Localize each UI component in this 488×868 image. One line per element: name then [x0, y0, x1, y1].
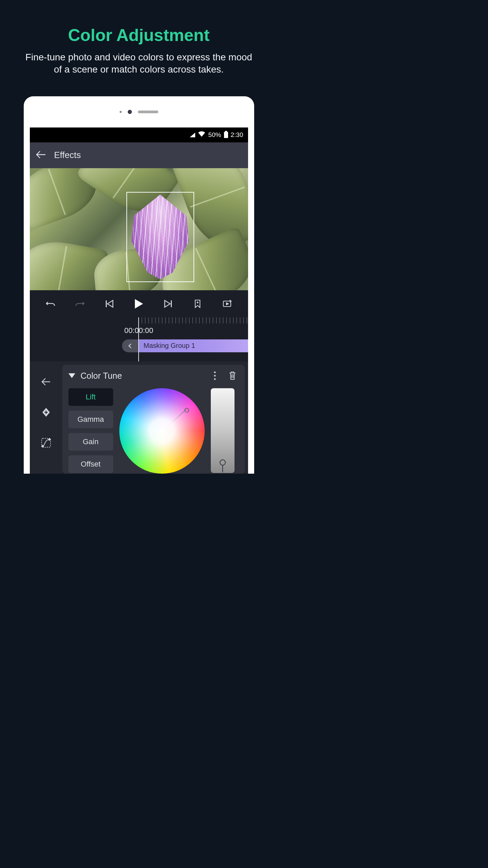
- transport-bar: [30, 290, 248, 317]
- svg-point-4: [42, 445, 43, 447]
- mask-selection-box[interactable]: [126, 192, 194, 282]
- skip-end-button[interactable]: [161, 297, 175, 311]
- track-collapse-button[interactable]: [122, 339, 138, 352]
- side-toolbar: [30, 361, 62, 474]
- mode-list: Lift Gamma Gain Offset: [68, 388, 113, 473]
- mode-gamma[interactable]: Gamma: [68, 411, 113, 428]
- curve-button[interactable]: [41, 437, 52, 450]
- signal-icon: [190, 133, 195, 137]
- timecode: 00:00:00: [30, 326, 248, 335]
- redo-button[interactable]: [73, 297, 87, 311]
- app-screen: 50% 2:30 Effects: [30, 127, 248, 474]
- svg-point-5: [48, 438, 50, 440]
- bookmark-add-button[interactable]: [191, 297, 204, 311]
- hero-title: Color Adjustment: [0, 25, 278, 45]
- keyframe-add-button[interactable]: [41, 407, 52, 419]
- color-wheel[interactable]: [119, 388, 205, 474]
- svg-point-6: [214, 372, 216, 373]
- mode-gain[interactable]: Gain: [68, 433, 113, 451]
- hero-subtitle: Fine-tune photo and video colors to expr…: [0, 51, 278, 76]
- clock: 2:30: [231, 131, 243, 139]
- mode-lift[interactable]: Lift: [68, 388, 113, 406]
- track-row[interactable]: Masking Group 1: [30, 338, 248, 353]
- mode-offset[interactable]: Offset: [68, 455, 113, 473]
- effect-panel-area: Color Tune Lift Gamma Gain Offset: [30, 361, 248, 474]
- undo-button[interactable]: [44, 297, 57, 311]
- svg-point-7: [214, 375, 216, 377]
- top-bar: Effects: [30, 142, 248, 168]
- battery-percent: 50%: [208, 131, 221, 139]
- back-button[interactable]: [36, 150, 46, 160]
- play-button[interactable]: [132, 297, 145, 311]
- wifi-icon: [198, 131, 205, 139]
- status-bar: 50% 2:30: [30, 127, 248, 142]
- phone-hardware: [30, 110, 248, 114]
- panel-title: Color Tune: [81, 371, 203, 381]
- timeline-ruler[interactable]: [30, 317, 248, 323]
- timeline[interactable]: 00:00:00 Masking Group 1: [30, 317, 248, 361]
- color-wheel-handle[interactable]: [184, 408, 189, 413]
- svg-rect-1: [171, 300, 172, 307]
- phone-frame: 50% 2:30 Effects: [24, 96, 254, 474]
- panel-back-button[interactable]: [41, 376, 52, 389]
- screen-title: Effects: [54, 150, 81, 160]
- battery-icon: [224, 132, 228, 138]
- skip-start-button[interactable]: [103, 297, 116, 311]
- svg-point-8: [214, 378, 216, 380]
- panel-more-button[interactable]: [209, 371, 221, 380]
- playhead[interactable]: [138, 317, 139, 361]
- panel-collapse-toggle[interactable]: [68, 373, 75, 378]
- clip-masking-group[interactable]: Masking Group 1: [138, 339, 248, 352]
- panel-delete-button[interactable]: [226, 371, 239, 380]
- video-preview[interactable]: [30, 168, 248, 290]
- color-tune-panel: Color Tune Lift Gamma Gain Offset: [62, 365, 245, 474]
- loop-button[interactable]: [220, 297, 234, 311]
- luminance-slider[interactable]: [211, 388, 235, 473]
